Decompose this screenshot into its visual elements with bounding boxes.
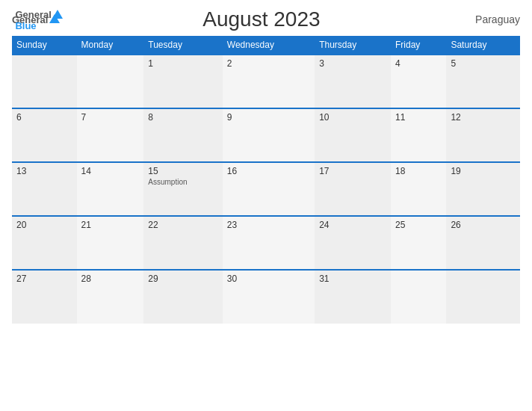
day-number: 17	[319, 166, 386, 176]
weekday-header-tuesday: Tuesday	[143, 36, 222, 55]
day-number: 29	[148, 274, 217, 284]
calendar-week-row: 2728293031	[12, 270, 520, 324]
day-number: 24	[319, 220, 386, 230]
logo-blue-label: Blue	[15, 20, 36, 31]
calendar-cell: 15Assumption	[143, 162, 222, 216]
day-number: 12	[451, 112, 516, 123]
day-number: 31	[319, 274, 386, 284]
svg-marker-0	[52, 10, 63, 19]
day-number: 21	[81, 220, 140, 230]
day-number: 1	[148, 58, 217, 69]
day-number: 6	[16, 112, 72, 123]
weekday-header-thursday: Thursday	[315, 36, 391, 55]
day-number: 19	[451, 166, 516, 176]
calendar-cell: 10	[315, 108, 391, 162]
country-label: Paraguay	[460, 13, 520, 25]
calendar-cell: 24	[315, 216, 391, 270]
weekday-header-saturday: Saturday	[446, 36, 520, 55]
weekday-header-wednesday: Wednesday	[223, 36, 315, 55]
calendar-cell: 1	[143, 55, 222, 108]
day-number: 9	[227, 112, 310, 123]
calendar-cell	[391, 270, 446, 324]
day-number: 2	[227, 58, 310, 69]
calendar-cell: 2	[223, 55, 315, 108]
calendar-cell: 23	[223, 216, 315, 270]
day-number: 14	[81, 166, 140, 176]
day-number: 20	[16, 220, 72, 230]
day-number: 13	[16, 166, 72, 176]
day-number: 16	[227, 166, 310, 176]
calendar-cell: 21	[77, 216, 144, 270]
calendar-cell: 16	[223, 162, 315, 216]
day-number: 8	[148, 112, 217, 123]
calendar-cell: 30	[223, 270, 315, 324]
calendar-cell: 12	[446, 108, 520, 162]
calendar-cell: 20	[12, 216, 77, 270]
calendar-cell: 13	[12, 162, 77, 216]
calendar-table: SundayMondayTuesdayWednesdayThursdayFrid…	[12, 36, 520, 324]
calendar-cell: 7	[77, 108, 144, 162]
calendar-cell: 19	[446, 162, 520, 216]
weekday-header-friday: Friday	[391, 36, 446, 55]
calendar-cell: 6	[12, 108, 77, 162]
calendar-page: General General Blue August 2023 Paragua…	[0, 0, 532, 411]
calendar-cell: 31	[315, 270, 391, 324]
holiday-label: Assumption	[148, 178, 217, 186]
day-number: 7	[81, 112, 140, 123]
calendar-week-row: 131415Assumption16171819	[12, 162, 520, 216]
logo-general-label: General	[15, 9, 51, 20]
weekday-header-row: SundayMondayTuesdayWednesdayThursdayFrid…	[12, 36, 520, 55]
calendar-cell: 18	[391, 162, 446, 216]
weekday-header-sunday: Sunday	[12, 36, 77, 55]
calendar-cell	[446, 270, 520, 324]
calendar-cell: 28	[77, 270, 144, 324]
day-number: 3	[319, 58, 386, 69]
calendar-cell	[77, 55, 144, 108]
calendar-week-row: 20212223242526	[12, 216, 520, 270]
calendar-cell: 9	[223, 108, 315, 162]
calendar-cell: 11	[391, 108, 446, 162]
calendar-cell: 14	[77, 162, 144, 216]
header: General General Blue August 2023 Paragua…	[12, 7, 520, 31]
calendar-cell	[12, 55, 77, 108]
day-number: 10	[319, 112, 386, 123]
calendar-cell: 5	[446, 55, 520, 108]
calendar-cell: 8	[143, 108, 222, 162]
day-number: 30	[227, 274, 310, 284]
calendar-cell: 22	[143, 216, 222, 270]
day-number: 11	[395, 112, 442, 123]
day-number: 5	[451, 58, 516, 69]
day-number: 27	[16, 274, 72, 284]
day-number: 26	[451, 220, 516, 230]
calendar-week-row: 6789101112	[12, 108, 520, 162]
calendar-cell: 29	[143, 270, 222, 324]
day-number: 28	[81, 274, 140, 284]
calendar-week-row: 12345	[12, 55, 520, 108]
calendar-cell: 3	[315, 55, 391, 108]
month-title: August 2023	[63, 7, 460, 31]
day-number: 23	[227, 220, 310, 230]
weekday-header-monday: Monday	[77, 36, 144, 55]
calendar-cell: 17	[315, 162, 391, 216]
day-number: 15	[148, 166, 217, 176]
calendar-cell: 27	[12, 270, 77, 324]
day-number: 4	[395, 58, 442, 69]
logo-blue-triangle-icon	[52, 10, 63, 19]
day-number: 18	[395, 166, 442, 176]
calendar-cell: 25	[391, 216, 446, 270]
calendar-cell: 26	[446, 216, 520, 270]
calendar-cell: 4	[391, 55, 446, 108]
day-number: 25	[395, 220, 442, 230]
day-number: 22	[148, 220, 217, 230]
